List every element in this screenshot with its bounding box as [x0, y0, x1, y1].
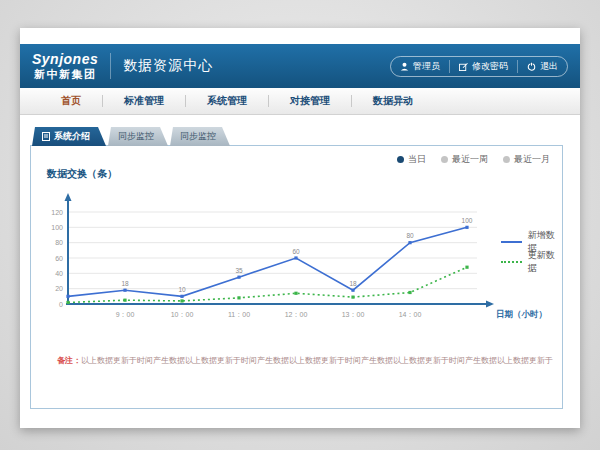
- data-point: [180, 299, 183, 302]
- edit-icon: [459, 62, 468, 71]
- y-tick-label: 40: [55, 270, 63, 277]
- nav-item-standard-mgmt[interactable]: 标准管理: [103, 94, 185, 108]
- data-point-label: 18: [349, 280, 357, 287]
- tab-system-intro[interactable]: 系统介绍: [32, 127, 106, 146]
- range-option-label: 最近一月: [514, 153, 550, 166]
- range-option-last-week[interactable]: 最近一周: [441, 153, 488, 166]
- data-point: [237, 276, 240, 279]
- data-point: [465, 266, 468, 269]
- x-tick-label: 9：00: [116, 311, 135, 318]
- radio-selected-icon: [397, 156, 404, 163]
- user-icon: [400, 62, 409, 71]
- company-logo: Synjones 新中新集团: [32, 52, 98, 79]
- nav-item-data-change[interactable]: 数据异动: [352, 94, 434, 108]
- data-point: [408, 291, 411, 294]
- x-tick-label: 14：00: [399, 311, 422, 318]
- data-point-label: 80: [406, 232, 414, 239]
- data-point-label: 35: [235, 267, 243, 274]
- data-point: [123, 299, 126, 302]
- data-point: [237, 296, 240, 299]
- radio-unselected-icon: [441, 156, 448, 163]
- tab-bar: 系统介绍 同步监控 同步监控: [32, 127, 230, 146]
- footnote-text: 以上数据更新于时间产生数据以上数据更新于时间产生数据以上数据更新于时间产生数据以…: [81, 356, 553, 365]
- user-toolbar: 管理员 修改密码 退出: [390, 56, 568, 77]
- x-tick-label: 10：00: [171, 311, 194, 318]
- solid-line-swatch: [501, 241, 522, 243]
- nav-item-interface-mgmt[interactable]: 对接管理: [269, 94, 351, 108]
- current-user-button[interactable]: 管理员: [391, 60, 449, 73]
- x-axis-arrow: [486, 301, 494, 308]
- tab-sync-monitor-2[interactable]: 同步监控: [170, 127, 230, 146]
- y-tick-label: 20: [55, 285, 63, 292]
- change-password-label: 修改密码: [472, 60, 508, 73]
- data-point: [408, 241, 411, 244]
- legend-item-update-data: 更新数据: [501, 252, 562, 272]
- change-password-button[interactable]: 修改密码: [449, 60, 517, 73]
- data-point: [66, 295, 69, 298]
- data-point: [294, 256, 297, 259]
- logout-button[interactable]: 退出: [517, 60, 567, 73]
- legend-label: 更新数据: [528, 249, 562, 275]
- dotted-line-swatch: [501, 261, 522, 263]
- radio-unselected-icon: [503, 156, 510, 163]
- y-tick-label: 80: [55, 239, 63, 246]
- content-panel: 当日 最近一周 最近一月 数据交换（条） 0204060801001209：00…: [30, 145, 563, 409]
- tab-label: 同步监控: [118, 130, 154, 143]
- time-range-filter: 当日 最近一周 最近一月: [397, 153, 550, 166]
- y-tick-label: 60: [55, 255, 63, 262]
- nav-item-home[interactable]: 首页: [40, 94, 102, 108]
- x-axis-title: 日期（小时）: [496, 309, 544, 319]
- line-chart: 0204060801001209：0010：0011：0012：0013：001…: [39, 176, 544, 331]
- data-point-label: 100: [462, 217, 473, 224]
- y-tick-label: 120: [51, 209, 63, 216]
- main-nav: 首页 标准管理 系统管理 对接管理 数据异动: [20, 88, 580, 115]
- data-point: [351, 296, 354, 299]
- data-point-label: 10: [178, 286, 186, 293]
- power-icon: [527, 62, 536, 71]
- tab-sync-monitor-1[interactable]: 同步监控: [108, 127, 168, 146]
- app-header: Synjones 新中新集团 数据资源中心 管理员 修改密码 退出: [20, 44, 580, 88]
- app-title: 数据资源中心: [123, 57, 213, 75]
- footnote: 备注：以上数据更新于时间产生数据以上数据更新于时间产生数据以上数据更新于时间产生…: [57, 355, 547, 366]
- range-option-last-month[interactable]: 最近一月: [503, 153, 550, 166]
- y-tick-label: 100: [51, 224, 63, 231]
- data-point: [66, 301, 69, 304]
- y-tick-label: 0: [59, 301, 63, 308]
- data-point: [465, 226, 468, 229]
- x-tick-label: 13：00: [342, 311, 365, 318]
- header-divider: [110, 53, 111, 79]
- footnote-label: 备注：: [57, 356, 81, 365]
- y-axis-arrow: [65, 193, 72, 201]
- tab-label: 同步监控: [180, 130, 216, 143]
- nav-item-system-mgmt[interactable]: 系统管理: [186, 94, 268, 108]
- data-point-label: 18: [121, 280, 129, 287]
- data-point: [123, 289, 126, 292]
- current-user-label: 管理员: [413, 60, 440, 73]
- range-option-label: 当日: [408, 153, 426, 166]
- x-tick-label: 12：00: [285, 311, 308, 318]
- document-icon: [42, 132, 50, 141]
- browser-page: Synjones 新中新集团 数据资源中心 管理员 修改密码 退出 首页 标准管…: [20, 28, 580, 428]
- tab-label: 系统介绍: [54, 130, 90, 143]
- logo-text-cn: 新中新集团: [32, 68, 98, 80]
- data-point: [294, 292, 297, 295]
- logo-text-en: Synjones: [32, 52, 98, 67]
- data-point: [351, 289, 354, 292]
- range-option-label: 最近一周: [452, 153, 488, 166]
- chart-legend: 新增数据 更新数据: [501, 232, 562, 272]
- logout-label: 退出: [540, 60, 558, 73]
- data-point: [180, 295, 183, 298]
- data-point-label: 60: [292, 248, 300, 255]
- x-tick-label: 11：00: [228, 311, 250, 318]
- range-option-today[interactable]: 当日: [397, 153, 426, 166]
